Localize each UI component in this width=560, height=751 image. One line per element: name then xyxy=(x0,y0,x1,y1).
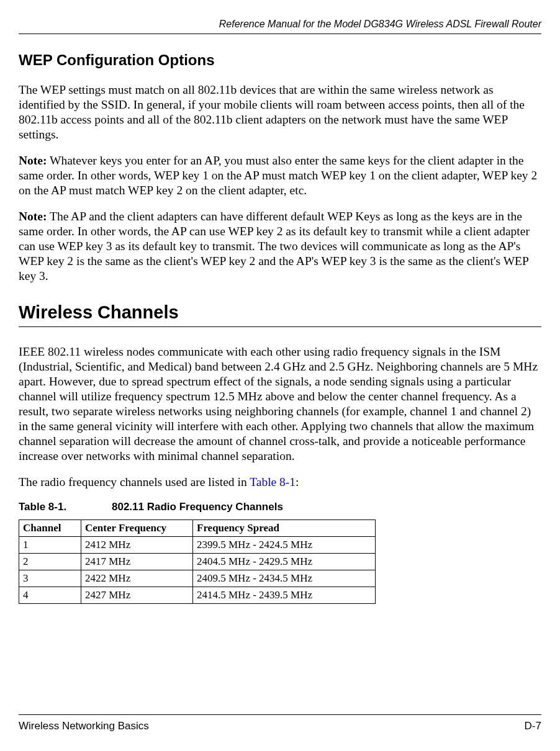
para-text-pre: The radio frequency channels used are li… xyxy=(19,475,250,488)
table-row: 4 2427 MHz 2414.5 MHz - 2439.5 MHz xyxy=(19,587,376,603)
note-label: Note: xyxy=(19,154,47,167)
header-frequency-spread: Frequency Spread xyxy=(193,519,376,536)
wep-note-1: Note: Whatever keys you enter for an AP,… xyxy=(19,153,541,198)
cell-spread: 2404.5 MHz - 2429.5 MHz xyxy=(193,553,376,570)
cell-channel: 4 xyxy=(19,587,81,603)
table-row: 1 2412 MHz 2399.5 MHz - 2424.5 MHz xyxy=(19,536,376,553)
header-center-frequency: Center Frequency xyxy=(81,519,193,536)
wep-paragraph-1: The WEP settings must match on all 802.1… xyxy=(19,83,541,142)
wep-note-2: Note: The AP and the client adapters can… xyxy=(19,209,541,284)
table-title: 802.11 Radio Frequency Channels xyxy=(112,501,283,513)
section-wep-title: WEP Configuration Options xyxy=(19,52,541,69)
table-number: Table 8-1. xyxy=(19,501,112,513)
note-text: The AP and the client adapters can have … xyxy=(19,210,530,282)
table-row: 2 2417 MHz 2404.5 MHz - 2429.5 MHz xyxy=(19,553,376,570)
cell-channel: 3 xyxy=(19,570,81,587)
note-label: Note: xyxy=(19,210,47,223)
table-reference-link[interactable]: Table 8-1 xyxy=(250,475,296,488)
cell-spread: 2409.5 MHz - 2434.5 MHz xyxy=(193,570,376,587)
cell-center: 2412 MHz xyxy=(81,536,193,553)
header-channel: Channel xyxy=(19,519,81,536)
cell-center: 2417 MHz xyxy=(81,553,193,570)
table-row: 3 2422 MHz 2409.5 MHz - 2434.5 MHz xyxy=(19,570,376,587)
para-text-post: : xyxy=(296,475,299,488)
cell-spread: 2414.5 MHz - 2439.5 MHz xyxy=(193,587,376,603)
page-header: Reference Manual for the Model DG834G Wi… xyxy=(19,19,541,34)
section-divider xyxy=(19,326,541,327)
cell-channel: 1 xyxy=(19,536,81,553)
cell-center: 2422 MHz xyxy=(81,570,193,587)
footer-right: D-7 xyxy=(525,720,541,732)
table-caption: Table 8-1.802.11 Radio Frequency Channel… xyxy=(19,501,541,513)
header-title: Reference Manual for the Model DG834G Wi… xyxy=(219,19,541,29)
page-footer: Wireless Networking Basics D-7 xyxy=(19,714,541,732)
wireless-paragraph-1: IEEE 802.11 wireless nodes communicate w… xyxy=(19,344,541,464)
cell-center: 2427 MHz xyxy=(81,587,193,603)
note-text: Whatever keys you enter for an AP, you m… xyxy=(19,154,537,197)
table-header-row: Channel Center Frequency Frequency Sprea… xyxy=(19,519,376,536)
section-wireless-channels-title: Wireless Channels xyxy=(19,302,541,323)
frequency-table: Channel Center Frequency Frequency Sprea… xyxy=(19,519,376,604)
cell-channel: 2 xyxy=(19,553,81,570)
footer-left: Wireless Networking Basics xyxy=(19,720,149,732)
cell-spread: 2399.5 MHz - 2424.5 MHz xyxy=(193,536,376,553)
wireless-paragraph-2: The radio frequency channels used are li… xyxy=(19,475,541,490)
